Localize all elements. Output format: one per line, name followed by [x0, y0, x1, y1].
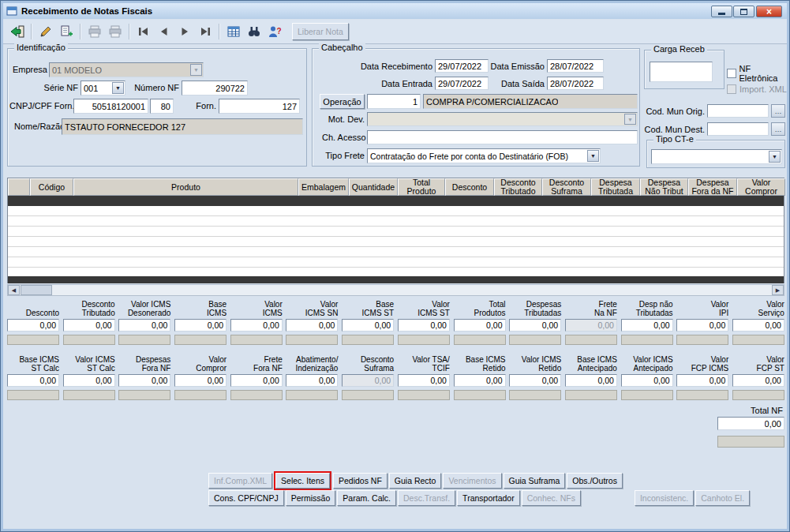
- grid-column-header[interactable]: Embalagem: [298, 178, 349, 196]
- cons-cpf-cnpj-button[interactable]: Cons. CPF/CNPJ: [208, 490, 284, 506]
- totals-field-value[interactable]: 0,00: [509, 374, 561, 387]
- title-bar[interactable]: Recebimento de Notas Fiscais ×: [2, 2, 788, 19]
- grid-body[interactable]: [8, 206, 784, 276]
- operacao-code-field[interactable]: 1: [367, 94, 421, 109]
- totals-aux-panel: [63, 335, 115, 345]
- totals-field-value[interactable]: 0,00: [118, 319, 170, 332]
- permissao-button[interactable]: Permissão: [286, 490, 336, 506]
- numero-nf-field[interactable]: 290722: [182, 81, 248, 96]
- arrow-right-icon: ▶: [776, 287, 780, 294]
- scrollbar-thumb[interactable]: [21, 285, 52, 295]
- totals-field-value[interactable]: 0,00: [621, 374, 673, 387]
- totals-field-value[interactable]: 0,00: [398, 374, 450, 387]
- totals-field-value[interactable]: 0,00: [509, 319, 561, 332]
- totals-field-value[interactable]: 0,00: [230, 319, 283, 332]
- totals-field-value[interactable]: 0,00: [63, 374, 115, 387]
- totals-field-value[interactable]: 0,00: [174, 319, 227, 332]
- data-saida-field[interactable]: 28/07/2022: [547, 77, 604, 90]
- totals-field-value[interactable]: 0,00: [398, 319, 450, 332]
- liberar-nota-button: Liberar Nota: [292, 23, 349, 40]
- exit-button[interactable]: [8, 22, 27, 41]
- close-button[interactable]: ×: [756, 6, 782, 17]
- chevron-down-icon[interactable]: ▼: [587, 150, 599, 162]
- scroll-left-button[interactable]: ◀: [8, 285, 20, 295]
- totals-field-value[interactable]: 0,00: [286, 374, 338, 387]
- totals-field-value[interactable]: 0,00: [174, 374, 227, 387]
- grid-selected-row[interactable]: [8, 196, 784, 206]
- tot2-panels: [7, 390, 784, 400]
- totals-field-value[interactable]: 0,00: [7, 374, 59, 387]
- next-record-button[interactable]: [175, 22, 194, 41]
- totals-field-value[interactable]: 0,00: [454, 319, 506, 332]
- grid-view-button[interactable]: [224, 22, 243, 41]
- grid-column-header[interactable]: Despesa Fora da NF: [688, 178, 737, 196]
- scroll-right-button[interactable]: ▶: [772, 285, 784, 295]
- data-recebimento-field[interactable]: 29/07/2022: [435, 59, 489, 73]
- user-help-button[interactable]: ?: [265, 22, 284, 41]
- tipo-frete-select[interactable]: Contratação do Frete por conta do Destin…: [367, 148, 601, 163]
- serie-nf-select[interactable]: 001 ▼: [80, 81, 125, 96]
- grid-column-header[interactable]: Código: [30, 178, 73, 196]
- totals-field-value[interactable]: 0,00: [676, 319, 728, 332]
- grid-column-header[interactable]: Desconto: [445, 178, 494, 196]
- add-record-button[interactable]: [57, 22, 76, 41]
- totals-field-value[interactable]: 0,00: [7, 319, 59, 332]
- totals-field-value[interactable]: 0,00: [230, 374, 283, 387]
- nf-eletronica-checkbox[interactable]: NF Eletrônica: [727, 64, 789, 83]
- tipo-cte-select[interactable]: ▼: [651, 149, 782, 164]
- cod-mun-orig-field[interactable]: [707, 104, 769, 118]
- maximize-button[interactable]: [733, 6, 754, 17]
- selec-itens-button[interactable]: Selec. Itens: [275, 473, 330, 489]
- data-entrada-label: Data Entrada: [377, 79, 432, 88]
- grid-column-header[interactable]: Despesa Tributada: [591, 178, 640, 196]
- chevron-down-icon[interactable]: ▼: [112, 82, 124, 94]
- prior-record-button[interactable]: [155, 22, 174, 41]
- ch-acesso-field[interactable]: [367, 130, 638, 144]
- guia-suframa-button[interactable]: Guia Suframa: [504, 473, 566, 489]
- tot1-labels: DescontoDesconto TributadoValor ICMS Des…: [7, 296, 784, 317]
- totals-field-value[interactable]: 0,00: [732, 319, 784, 332]
- carga-receb-field[interactable]: [650, 62, 713, 82]
- forn-value: 127: [283, 102, 297, 111]
- transportador-button[interactable]: Transportador: [457, 490, 520, 506]
- cod-mun-dest-field[interactable]: [707, 122, 769, 136]
- totals-field-value[interactable]: 0,00: [565, 374, 617, 387]
- grid-column-header[interactable]: Produto: [73, 178, 298, 196]
- grid-column-header[interactable]: Valor Compror: [737, 178, 785, 196]
- cnpj-digit-field[interactable]: 80: [150, 99, 174, 114]
- search-button[interactable]: [245, 22, 264, 41]
- inconsistenc-button: Inconsistenc.: [635, 490, 694, 506]
- totals-field-value[interactable]: 0,00: [118, 374, 170, 387]
- grid-column-header[interactable]: Total Produto: [398, 178, 445, 196]
- totals-field-label: Valor Compror: [174, 355, 227, 373]
- data-entrada-field[interactable]: 29/07/2022: [435, 77, 489, 90]
- guia-recto-button[interactable]: Guia Recto: [389, 473, 442, 489]
- totals-field-value[interactable]: 0,00: [63, 319, 115, 332]
- cod-mun-orig-lookup-button[interactable]: …: [771, 104, 785, 118]
- minimize-button[interactable]: [711, 6, 732, 17]
- param-calc-button[interactable]: Param. Calc.: [337, 490, 396, 506]
- totals-field-value[interactable]: 0,00: [621, 319, 673, 332]
- grid-column-header[interactable]: Quantidade: [349, 178, 398, 196]
- grid-column-header[interactable]: Desconto Tributado: [494, 178, 542, 196]
- obs-outros-button[interactable]: Obs./Outros: [567, 473, 623, 489]
- forn-field[interactable]: 127: [219, 99, 300, 114]
- totals-field-value[interactable]: 0,00: [454, 374, 506, 387]
- chevron-down-icon[interactable]: ▼: [769, 151, 781, 163]
- edit-button[interactable]: [36, 22, 55, 41]
- data-emissao-field[interactable]: 28/07/2022: [547, 59, 604, 73]
- grid-column-header[interactable]: Despesa Não Tribut: [640, 178, 688, 196]
- grid-horizontal-scrollbar[interactable]: ◀ ▶: [7, 284, 784, 296]
- totals-field-value[interactable]: 0,00: [676, 374, 728, 387]
- cod-mun-dest-lookup-button[interactable]: …: [771, 122, 785, 136]
- pedidos-nf-button[interactable]: Pedidos NF: [333, 473, 388, 489]
- last-record-icon: [199, 26, 212, 37]
- grid-column-header[interactable]: Desconto Suframa: [542, 178, 591, 196]
- first-record-button[interactable]: [134, 22, 153, 41]
- totals-field-value[interactable]: 0,00: [732, 374, 784, 387]
- last-record-button[interactable]: [196, 22, 215, 41]
- cnpj-cpf-field[interactable]: 50518120001: [73, 99, 148, 114]
- totals-field-value[interactable]: 0,00: [342, 319, 394, 332]
- operacao-button[interactable]: Operação: [320, 94, 365, 109]
- totals-field-value[interactable]: 0,00: [286, 319, 338, 332]
